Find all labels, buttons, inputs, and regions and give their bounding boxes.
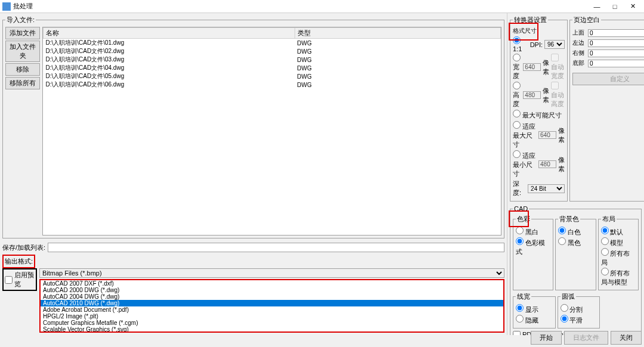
import-files-group: 导入文件: 添加文件 加入文件夹 移除 移除所有 名称 类型 D:\入职培训\C…: [2, 16, 504, 238]
width-input[interactable]: [523, 63, 541, 71]
add-folder-button[interactable]: 加入文件夹: [5, 41, 40, 62]
size-legend: 格式尺寸: [513, 27, 565, 35]
format-option[interactable]: Computer Graphics Metafile (*.cgm): [41, 320, 503, 326]
enable-preview-checkbox[interactable]: 启用预览: [2, 268, 37, 291]
arc-group: 圆弧 分割 平滑: [558, 292, 600, 329]
table-row[interactable]: D:\入职培训\CAD文件\01.dwgDWG: [44, 39, 501, 48]
remove-all-button[interactable]: 移除所有: [5, 77, 40, 89]
format-option[interactable]: AutoCAD 2004 DWG (*.dwg): [41, 293, 503, 300]
save-list-label: 保存/加载列表:: [2, 243, 45, 252]
margin-left-input[interactable]: [588, 39, 644, 47]
format-option[interactable]: AutoCAD 2000 DWG (*.dwg): [41, 287, 503, 293]
save-list-input[interactable]: [48, 243, 504, 252]
color-mode-radio[interactable]: 色彩模式: [516, 237, 550, 256]
cad-group: CAD 色彩 黑白 色彩模式 背景色 白色 黑色 布局 默认 模型: [510, 205, 642, 335]
format-option[interactable]: AutoCAD 2007 DXF (*.dxf): [41, 280, 503, 287]
app-icon: [2, 2, 11, 11]
col-name[interactable]: 名称: [44, 28, 295, 39]
close-dialog-button[interactable]: 关闭: [611, 331, 642, 345]
redefine-button[interactable]: 自定义: [572, 73, 644, 85]
import-legend: 导入文件:: [5, 16, 36, 24]
margins-group: 页边空白 上面 左边 右侧 底部 自定义: [569, 16, 644, 202]
depth-select[interactable]: 24 Bit: [528, 184, 565, 193]
fit-max-radio[interactable]: 适应最大尺寸: [513, 121, 537, 149]
linewidth-group: 线宽 显示 隐藏: [513, 292, 556, 329]
converter-settings-group: 转换器设置 格式尺寸 1:1 DPI: 96 宽度 像素 自动宽度 高度 像素 …: [510, 16, 568, 202]
output-format-label: 输出格式:: [5, 258, 33, 265]
fit-min-radio[interactable]: 适应最小尺寸: [513, 150, 537, 178]
col-type[interactable]: 类型: [295, 28, 500, 39]
start-button[interactable]: 开始: [531, 331, 562, 345]
titlebar: 批处理 — □ ✕: [0, 0, 644, 13]
table-row[interactable]: D:\入职培训\CAD文件\02.dwgDWG: [44, 47, 501, 55]
table-row[interactable]: D:\入职培训\CAD文件\06.dwgDWG: [44, 80, 501, 89]
one-to-one-radio[interactable]: 1:1: [513, 36, 528, 52]
file-table[interactable]: 名称 类型 D:\入职培训\CAD文件\01.dwgDWGD:\入职培训\CAD…: [42, 27, 501, 236]
format-option[interactable]: Scalable Vector Graphics (*.svg): [41, 326, 503, 333]
close-button[interactable]: ✕: [624, 1, 642, 13]
table-row[interactable]: D:\入职培训\CAD文件\04.dwgDWG: [44, 64, 501, 72]
window-title: 批处理: [13, 2, 588, 11]
converter-legend: 转换器设置: [513, 16, 548, 24]
max-possible-radio[interactable]: 最大可能尺寸: [513, 110, 562, 120]
format-list[interactable]: AutoCAD 2007 DXF (*.dxf)AutoCAD 2000 DWG…: [39, 279, 504, 333]
dpi-select[interactable]: 96: [544, 40, 565, 49]
format-option[interactable]: HPGL/2 Image (*.plt): [41, 313, 503, 320]
margin-bottom-input[interactable]: [588, 60, 644, 67]
color-group: 色彩 黑白 色彩模式: [513, 215, 553, 290]
margin-right-input[interactable]: [588, 49, 644, 57]
bg-white-radio[interactable]: 白色: [558, 227, 593, 237]
height-input[interactable]: [523, 91, 541, 99]
bg-group: 背景色 白色 黑色: [555, 215, 596, 290]
height-radio[interactable]: 高度: [513, 82, 521, 109]
add-file-button[interactable]: 添加文件: [5, 27, 40, 39]
maximize-button[interactable]: □: [606, 1, 624, 13]
minimize-button[interactable]: —: [588, 1, 606, 13]
margin-top-input[interactable]: [588, 29, 644, 37]
bw-radio[interactable]: 黑白: [516, 227, 550, 237]
layout-mode-group: 布局 默认 模型 所有布局 所有布局与模型: [598, 215, 639, 290]
bg-black-radio[interactable]: 黑色: [558, 237, 593, 247]
format-option[interactable]: Adobe Acrobat Document (*.pdf): [41, 306, 503, 313]
format-option[interactable]: AutoCAD 2010 DWG (*.dwg): [41, 300, 503, 306]
bottom-bar: 开始 日志文件 关闭: [528, 329, 644, 347]
remove-button[interactable]: 移除: [5, 63, 40, 76]
table-row[interactable]: D:\入职培训\CAD文件\05.dwgDWG: [44, 72, 501, 80]
log-button[interactable]: 日志文件: [564, 331, 608, 345]
output-format-select[interactable]: Bitmap Files (*.bmp): [39, 268, 504, 278]
table-row[interactable]: D:\入职培训\CAD文件\03.dwgDWG: [44, 55, 501, 64]
width-radio[interactable]: 宽度: [513, 54, 521, 80]
